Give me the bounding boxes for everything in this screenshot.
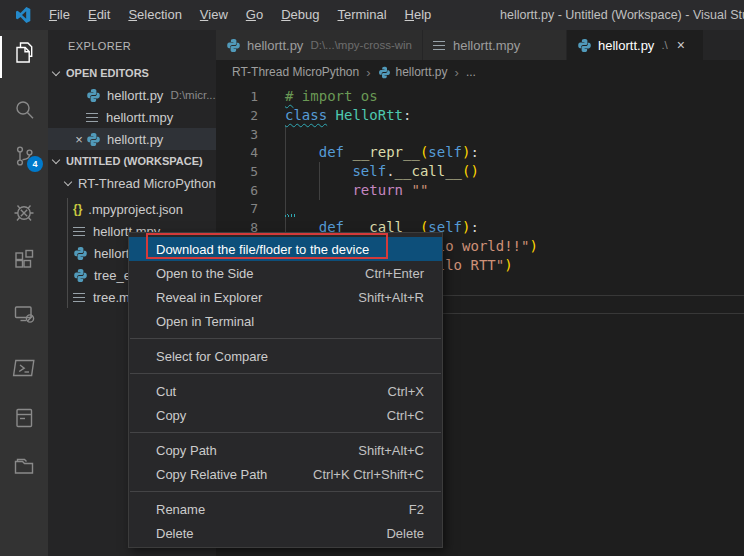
line-number: 6 [216,181,258,200]
python-file-icon [378,66,391,79]
shortcut: Ctrl+K Ctrl+Shift+C [313,467,424,482]
menubar: File Edit Selection View Go Debug Termin… [40,0,440,30]
chevron-down-icon [52,155,60,163]
open-editor-item[interactable]: hellortt.py D:\micr... [48,84,216,106]
annotation-highlight-box [146,233,388,259]
code-line[interactable]: 5 self.__call__() [216,162,744,181]
debug-button[interactable] [10,198,38,226]
file-path: D:\micr... [170,89,215,101]
menu-separator [130,491,441,492]
menu-item-copy-relative-path[interactable]: Copy Relative PathCtrl+K Ctrl+Shift+C [129,462,442,486]
extensions-icon [10,246,38,274]
workspace-header[interactable]: UNTITLED (WORKSPACE) [48,150,216,172]
python-file-icon [73,246,88,261]
tree-item[interactable]: {} .mpyproject.json [48,198,216,220]
window-title: hellortt.py - Untitled (Workspace) - Vis… [500,0,744,30]
files-icon [10,38,38,66]
line-number: 4 [216,143,258,162]
remote-device-button[interactable] [10,300,38,328]
shortcut: Shift+Alt+C [358,443,424,458]
tree-folder-rt-thread[interactable]: RT-Thread MicroPython [48,172,216,194]
python-file-icon [577,38,592,53]
menu-item-cut[interactable]: CutCtrl+X [129,379,442,403]
line-number: 3 [216,125,258,144]
menu-help[interactable]: Help [396,0,441,30]
tab-path: D:\...\mpy-cross-win [310,39,412,51]
line-number: 2 [216,106,258,125]
line-number: 5 [216,162,258,181]
menu-item-rename[interactable]: RenameF2 [129,497,442,521]
menu-debug[interactable]: Debug [272,0,328,30]
menu-item-delete[interactable]: DeleteDelete [129,521,442,545]
tab-hellortt-py-active[interactable]: hellortt.py .\ × [567,30,704,60]
output-notes-button[interactable] [10,404,38,432]
menu-file[interactable]: File [40,0,79,30]
menu-item-reveal-in-explorer[interactable]: Reveal in ExplorerShift+Alt+R [129,285,442,309]
text-file-icon [433,40,446,51]
folder-icon [10,452,38,480]
scm-badge: 4 [27,156,43,172]
menu-terminal[interactable]: Terminal [328,0,395,30]
menu-item-copy[interactable]: CopyCtrl+C [129,403,442,427]
menu-edit[interactable]: Edit [79,0,119,30]
code-line[interactable]: 7 [216,199,744,218]
python-file-icon [226,38,241,53]
menu-item-copy-path[interactable]: Copy PathShift+Alt+C [129,438,442,462]
code-line[interactable]: 6 return "" [216,181,744,200]
menu-item-open-to-side[interactable]: Open to the SideCtrl+Enter [129,261,442,285]
search-button[interactable] [10,96,38,124]
menu-view[interactable]: View [191,0,237,30]
chevron-right-icon: › [455,65,459,80]
tab-bar: hellortt.py D:\...\mpy-cross-win hellort… [216,30,744,60]
shortcut: Ctrl+X [388,384,424,399]
tab-hellortt-mpy[interactable]: hellortt.mpy [423,30,567,60]
chevron-down-icon [52,67,60,75]
text-file-icon [73,292,86,303]
code-line[interactable]: 4 def __repr__(self): [216,143,744,162]
menu-item-open-in-terminal[interactable]: Open in Terminal [129,309,442,333]
notes-icon [10,404,38,432]
breadcrumb: RT-Thread MicroPython › hellortt.py › ..… [216,60,744,84]
vscode-logo-icon [12,5,32,25]
menu-item-select-for-compare[interactable]: Select for Compare [129,344,442,368]
menu-separator [130,338,441,339]
breadcrumb-folder[interactable]: RT-Thread MicroPython [232,65,359,79]
menu-selection[interactable]: Selection [119,0,190,30]
code-line[interactable]: 1 # import os [216,87,744,106]
remote-device-icon [10,300,38,328]
json-file-icon: {} [73,202,82,216]
python-file-icon [86,88,101,103]
powershell-icon [10,354,38,382]
breadcrumb-symbol[interactable]: ... [466,65,476,79]
active-view-indicator [0,36,2,78]
sidebar-title: EXPLORER [48,30,216,62]
code-line[interactable]: 2 class HelloRtt: [216,106,744,125]
menu-go[interactable]: Go [237,0,272,30]
open-editor-item-active[interactable]: × hellortt.py [48,128,216,150]
extensions-button[interactable] [10,246,38,274]
text-file-icon [86,112,99,123]
shortcut: Ctrl+C [387,408,424,423]
chevron-right-icon: › [366,65,370,80]
menu-separator [130,373,441,374]
line-number: 1 [216,87,258,106]
code-line[interactable]: 3 [216,125,744,144]
powershell-terminal-button[interactable] [10,354,38,382]
open-editor-item[interactable]: hellortt.mpy [48,106,216,128]
open-editors-header[interactable]: OPEN EDITORS [48,62,216,84]
close-tab-icon[interactable]: × [677,37,685,53]
close-icon[interactable]: × [72,132,86,147]
debug-bug-icon [10,198,38,226]
explorer-button[interactable] [10,38,38,66]
activity-bar: 4 [0,30,48,556]
tab-hellortt-py-external[interactable]: hellortt.py D:\...\mpy-cross-win [216,30,423,60]
line-number: 7 [216,199,258,218]
indent-guide [67,198,68,308]
chevron-down-icon [64,177,72,185]
text-file-icon [73,226,86,237]
python-file-icon [86,132,101,147]
folder-view-button[interactable] [10,452,38,480]
python-file-icon [73,268,88,283]
breadcrumb-file[interactable]: hellortt.py [396,65,448,79]
context-menu: Download the file/floder to the device O… [128,232,443,548]
